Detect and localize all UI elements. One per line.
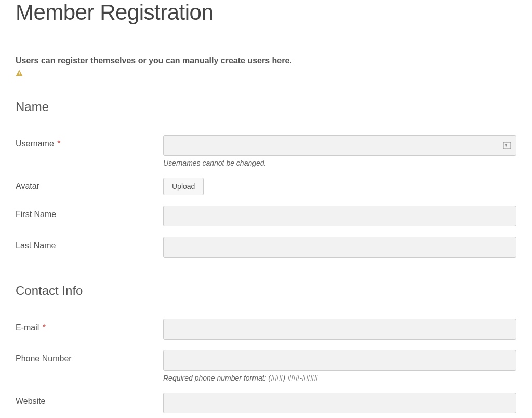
username-input[interactable] (163, 135, 516, 156)
avatar-label: Avatar (16, 178, 163, 191)
form-row-first-name: First Name (16, 206, 516, 226)
first-name-input[interactable] (163, 206, 516, 226)
page-title: Member Registration (16, 0, 516, 25)
phone-input[interactable] (163, 350, 516, 371)
svg-rect-0 (19, 72, 19, 74)
required-marker: * (57, 139, 60, 148)
upload-button[interactable]: Upload (163, 178, 204, 195)
website-label: Website (16, 393, 163, 406)
username-helper: Usernames cannot be changed. (163, 159, 516, 167)
form-row-avatar: Avatar Upload (16, 178, 516, 195)
email-input[interactable] (163, 319, 516, 340)
email-label: E-mail * (16, 319, 163, 332)
required-marker: * (43, 323, 46, 332)
phone-helper: Required phone number format: (###) ###-… (163, 374, 516, 382)
last-name-input[interactable] (163, 237, 516, 258)
section-heading-contact: Contact Info (16, 284, 516, 298)
website-input[interactable] (163, 393, 516, 413)
first-name-label: First Name (16, 206, 163, 219)
last-name-label: Last Name (16, 237, 163, 250)
form-row-website: Website (16, 393, 516, 413)
form-row-email: E-mail * (16, 319, 516, 340)
svg-rect-1 (19, 75, 19, 75)
section-heading-name: Name (16, 100, 516, 114)
username-label: Username * (16, 135, 163, 149)
form-row-username: Username * Usernames cannot be changed. (16, 135, 516, 167)
warning-icon (16, 70, 23, 77)
phone-label: Phone Number (16, 350, 163, 363)
form-row-last-name: Last Name (16, 237, 516, 258)
form-row-phone: Phone Number Required phone number forma… (16, 350, 516, 382)
intro-text: Users can register themselves or you can… (16, 56, 516, 65)
